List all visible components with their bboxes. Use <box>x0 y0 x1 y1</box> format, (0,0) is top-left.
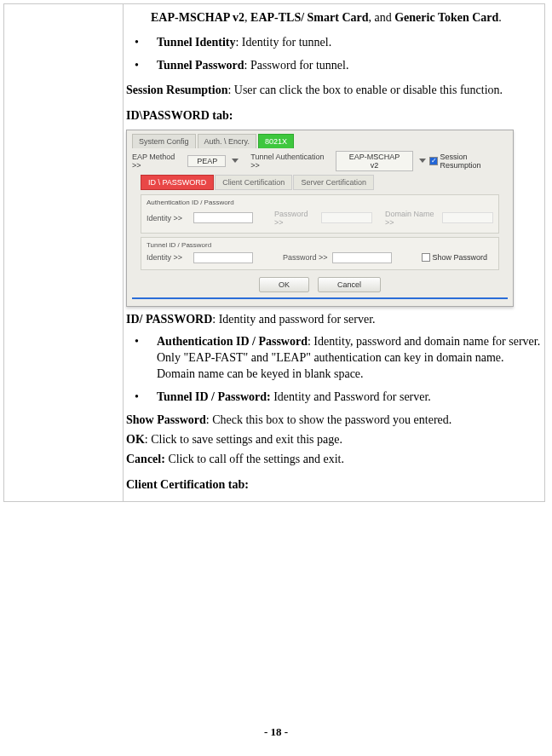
idpw-bold: ID/ PASSWORD <box>126 313 212 326</box>
cancel-bold: Cancel: <box>126 453 165 465</box>
intro-b2: EAP-TLS/ Smart Card <box>250 11 368 24</box>
tunnel-password-input[interactable] <box>332 252 392 263</box>
bullet-bold: Tunnel ID / Password: <box>157 390 271 403</box>
show-pw-rest: : Check this box to show the password yo… <box>206 413 452 426</box>
bullet-bold: Tunnel Identity <box>157 36 235 49</box>
intro-sep1: , <box>244 11 250 24</box>
ok-bold: OK <box>126 433 145 446</box>
eap-method-row: EAP Method >> PEAP Tunnel Authentication… <box>132 151 508 171</box>
session-resumption-para: Session Resumption: User can click the b… <box>126 83 542 99</box>
intro-b1: EAP-MSCHAP v2 <box>151 11 244 24</box>
sub-tabs-row: ID \ PASSWORD Client Certification Serve… <box>141 175 508 190</box>
bullet-rest: : Password for tunnel. <box>244 59 349 72</box>
domain-input-dim <box>442 212 493 223</box>
eap-method-label: EAP Method >> <box>132 153 184 170</box>
auth-group-title: Authentication ID / Password <box>147 199 493 206</box>
intro-line: EAP-MSCHAP v2, EAP-TLS/ Smart Card, and … <box>126 10 542 26</box>
auth-field-row: Identity >> Password >> Domain Name >> <box>147 210 493 227</box>
right-content-cell: EAP-MSCHAP v2, EAP-TLS/ Smart Card, and … <box>124 4 545 502</box>
left-empty-cell <box>4 4 124 502</box>
bullet-bold: Authentication ID / Password <box>157 335 308 348</box>
bullet-rest: : Identity for tunnel. <box>235 36 331 49</box>
idpw-rest: : Identity and password for server. <box>212 313 375 326</box>
ok-desc-para: OK: Click to save settings and exit this… <box>126 432 542 448</box>
identity-label: Identity >> <box>147 214 189 222</box>
chevron-down-icon[interactable] <box>232 159 239 163</box>
show-pw-para: Show Password: Check this box to show th… <box>126 413 542 429</box>
show-pw-bold: Show Password <box>126 413 206 426</box>
identity-input[interactable] <box>193 212 253 223</box>
password-label-dim: Password >> <box>274 210 317 227</box>
list-item: Tunnel ID / Password: Identity and Passw… <box>126 390 542 406</box>
eap-method-select[interactable]: PEAP <box>187 155 226 167</box>
tab-8021x[interactable]: 8021X <box>258 134 294 148</box>
cancel-desc-para: Cancel: Click to call off the settings a… <box>126 452 542 468</box>
dialog-button-row: OK Cancel <box>132 277 508 292</box>
tab-auth-encry[interactable]: Auth. \ Encry. <box>198 134 256 148</box>
idpw-screenshot: System Config Auth. \ Encry. 8021X EAP M… <box>126 130 514 307</box>
tab-system-config[interactable]: System Config <box>132 134 196 148</box>
intro-sep2: , and <box>369 11 395 24</box>
idpw-tab-heading: ID\PASSWORD tab: <box>126 109 542 123</box>
list-item: Authentication ID / Password: Identity, … <box>126 334 542 383</box>
tunnel-auth-label: Tunnel Authentication >> <box>250 153 332 170</box>
client-cert-heading: Client Certification tab: <box>126 478 542 492</box>
content-table: EAP-MSCHAP v2, EAP-TLS/ Smart Card, and … <box>3 3 545 502</box>
checkbox-icon[interactable] <box>429 157 438 165</box>
chevron-down-icon[interactable] <box>419 159 426 163</box>
intro-b3: Generic Token Card <box>394 11 498 24</box>
top-tabs-row: System Config Auth. \ Encry. 8021X <box>132 134 508 148</box>
domain-label-dim: Domain Name >> <box>385 210 438 227</box>
tunnel-auth-select[interactable]: EAP-MSCHAP v2 <box>336 151 413 171</box>
page-number: - 18 - <box>0 725 552 739</box>
bullet-rest: Identity and Password for server. <box>271 390 431 403</box>
tunnel-field-row: Identity >> Password >> Show Password <box>147 252 493 263</box>
show-password-label: Show Password <box>433 253 488 262</box>
subtab-server-cert[interactable]: Server Certification <box>293 175 374 190</box>
password-input-dim <box>321 212 372 223</box>
ok-button[interactable]: OK <box>259 277 309 292</box>
list-item: Tunnel Identity: Identity for tunnel. <box>126 35 542 51</box>
list-item: Tunnel Password: Password for tunnel. <box>126 58 542 74</box>
tunnel-group-title: Tunnel ID / Password <box>147 241 493 249</box>
show-password-toggle[interactable]: Show Password <box>422 253 488 262</box>
auth-id-pw-group: Authentication ID / Password Identity >>… <box>141 194 499 234</box>
checkbox-icon[interactable] <box>422 253 430 262</box>
tunnel-identity-label: Identity >> <box>147 253 189 262</box>
sr-rest: : User can click the box to enable or di… <box>227 84 503 96</box>
tunnel-password-label: Password >> <box>283 253 328 262</box>
ok-rest: : Click to save settings and exit this p… <box>145 433 342 446</box>
subtab-id-password[interactable]: ID \ PASSWORD <box>141 175 214 190</box>
cancel-rest: Click to call off the settings and exit. <box>165 453 344 465</box>
screenshot-bottom-rule <box>132 297 508 299</box>
intro-tail: . <box>498 11 502 24</box>
mid-bullet-list: Authentication ID / Password: Identity, … <box>126 334 542 406</box>
cancel-button[interactable]: Cancel <box>318 277 381 292</box>
session-resumption-label: Session Resumption <box>440 153 508 170</box>
bullet-bold: Tunnel Password <box>157 59 244 72</box>
sr-bold: Session Resumption <box>126 84 227 96</box>
session-resumption-toggle[interactable]: Session Resumption <box>429 153 508 170</box>
idpw-desc-para: ID/ PASSWORD: Identity and password for … <box>126 312 542 328</box>
subtab-client-cert[interactable]: Client Certification <box>215 175 292 190</box>
tunnel-identity-input[interactable] <box>193 252 253 263</box>
top-bullet-list: Tunnel Identity: Identity for tunnel. Tu… <box>126 35 542 74</box>
tunnel-id-pw-group: Tunnel ID / Password Identity >> Passwor… <box>141 237 499 270</box>
